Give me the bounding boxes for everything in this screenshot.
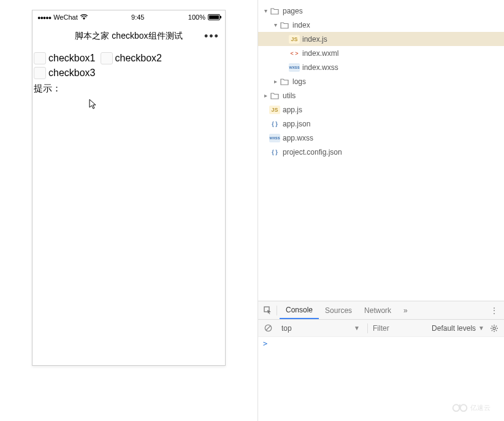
nav-bar: 脚本之家 checkbox组件测试 •••	[32, 23, 225, 50]
console-prompt: >	[263, 339, 267, 348]
log-levels-label: Default levels	[432, 324, 476, 333]
watermark-logo: 亿速云	[450, 398, 499, 416]
file-name: app.js	[283, 106, 302, 114]
file-name: index.js	[302, 35, 327, 44]
devtools-more-icon[interactable]: ⋮	[488, 306, 500, 315]
checkbox-label: checkbox1	[48, 53, 96, 64]
status-bar-time: 9:45	[88, 14, 188, 21]
devtools-tab-network[interactable]: Network	[358, 301, 397, 319]
file-name: utils	[283, 91, 296, 100]
signal-dots-icon	[37, 14, 51, 21]
js-icon: JS	[289, 35, 300, 44]
devtools-tab-sources[interactable]: Sources	[319, 301, 358, 319]
chevron-down-icon: ▼	[354, 325, 360, 331]
context-select[interactable]: top ▼	[278, 324, 364, 333]
cursor-icon	[89, 99, 97, 112]
status-bar: WeChat 9:45 100%	[32, 10, 225, 23]
checkbox-item[interactable]: checkbox3	[34, 67, 96, 79]
simulator-column: WeChat 9:45 100% 脚本之家 checkbox组件测试 ••• c…	[0, 0, 258, 421]
page-content: checkbox1checkbox2checkbox3 提示：	[32, 50, 225, 365]
json-icon: { }	[269, 120, 280, 128]
chevron-right-icon[interactable]: ▸	[272, 78, 279, 85]
folder-icon	[279, 77, 290, 86]
file-name: app.wxss	[283, 134, 313, 142]
checkbox-label: checkbox3	[48, 68, 96, 79]
js-icon: JS	[269, 106, 280, 114]
tree-folder[interactable]: ▸utils	[258, 88, 504, 102]
status-bar-left: WeChat	[37, 14, 88, 21]
devtools-tab-console[interactable]: Console	[280, 301, 319, 319]
file-name: project.config.json	[283, 148, 342, 156]
file-name: app.json	[283, 120, 310, 128]
folder-icon	[269, 91, 280, 100]
filter-input[interactable]	[372, 323, 428, 333]
app-root: WeChat 9:45 100% 脚本之家 checkbox组件测试 ••• c…	[0, 0, 504, 421]
checkbox-item[interactable]: checkbox2	[101, 52, 162, 64]
divider	[367, 323, 368, 333]
file-tree[interactable]: ▾pages▾indexJSindex.js< >index.wxmlwxssi…	[258, 0, 504, 301]
tree-file[interactable]: { }project.config.json	[258, 145, 504, 159]
tree-folder[interactable]: ▾index	[258, 18, 504, 32]
devtools-tabs: ConsoleSourcesNetwork » ⋮	[258, 301, 504, 320]
checkbox-box[interactable]	[34, 67, 46, 79]
wxml-icon: < >	[289, 49, 300, 58]
json-icon: { }	[269, 148, 280, 156]
filter-field[interactable]	[372, 323, 428, 333]
console-toolbar: top ▼ Default levels ▼	[258, 320, 504, 337]
svg-point-3	[453, 405, 460, 412]
tree-folder[interactable]: ▾pages	[258, 4, 504, 18]
chevron-down-icon: ▼	[478, 325, 484, 331]
battery-icon	[208, 14, 220, 20]
checkbox-label: checkbox2	[115, 53, 162, 64]
battery-percent: 100%	[188, 14, 205, 21]
tree-file[interactable]: < >index.wxml	[258, 46, 504, 60]
folder-icon	[269, 7, 280, 15]
svg-point-4	[460, 405, 467, 412]
settings-gear-icon[interactable]	[488, 324, 500, 333]
file-name: index.wxss	[302, 63, 338, 72]
tree-file[interactable]: wxssapp.wxss	[258, 131, 504, 145]
carrier-label: WeChat	[53, 14, 78, 21]
folder-icon	[279, 21, 290, 29]
checkbox-box[interactable]	[101, 52, 113, 64]
wxss-icon: wxss	[269, 134, 280, 142]
tree-file[interactable]: { }app.json	[258, 117, 504, 131]
file-name: logs	[292, 77, 306, 86]
wifi-icon	[80, 14, 88, 21]
chevron-right-icon[interactable]: ▸	[262, 92, 269, 99]
svg-text:亿速云: 亿速云	[470, 404, 491, 411]
chevron-down-icon[interactable]: ▾	[272, 21, 279, 28]
ide-column: ▾pages▾indexJSindex.js< >index.wxmlwxssi…	[258, 0, 504, 421]
file-name: index.wxml	[302, 49, 338, 58]
devtools-tabs-overflow[interactable]: »	[397, 301, 414, 319]
svg-point-2	[493, 327, 495, 330]
tip-label: 提示：	[34, 83, 224, 95]
checkbox-box[interactable]	[34, 52, 46, 64]
tree-file[interactable]: JSindex.js	[258, 32, 504, 46]
file-name: pages	[283, 7, 303, 15]
chevron-down-icon[interactable]: ▾	[262, 7, 269, 14]
simulator-device: WeChat 9:45 100% 脚本之家 checkbox组件测试 ••• c…	[32, 10, 226, 366]
divider	[277, 306, 277, 315]
context-select-value: top	[281, 324, 292, 333]
log-levels-select[interactable]: Default levels ▼	[432, 324, 484, 333]
wxss-icon: wxss	[289, 63, 300, 72]
status-bar-right: 100%	[188, 14, 220, 21]
inspect-icon[interactable]	[262, 306, 274, 315]
nav-title: 脚本之家 checkbox组件测试	[53, 31, 204, 42]
nav-more-button[interactable]: •••	[204, 30, 219, 43]
clear-console-icon[interactable]	[262, 324, 274, 332]
tree-file[interactable]: wxssindex.wxss	[258, 60, 504, 74]
tree-folder[interactable]: ▸logs	[258, 74, 504, 88]
tree-file[interactable]: JSapp.js	[258, 102, 504, 117]
checkbox-group: checkbox1checkbox2checkbox3	[34, 52, 224, 82]
file-name: index	[292, 21, 310, 29]
checkbox-item[interactable]: checkbox1	[34, 52, 96, 64]
